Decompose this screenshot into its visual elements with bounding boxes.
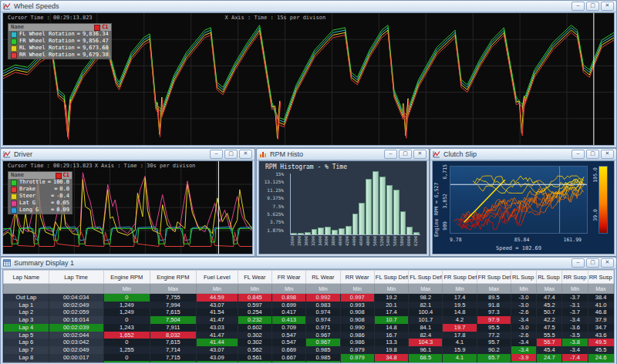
table-row[interactable]: Out Lap00:04:03407,75544.590.8450.8980.9… xyxy=(4,294,614,302)
minimize-button[interactable]: – xyxy=(384,150,397,159)
value-cell: 56.7 xyxy=(537,339,562,346)
app-workspace: Wheel Speeds – ▢ ✕ Cursor Time : 00:29:1… xyxy=(0,0,617,364)
value-cell: 7,994 xyxy=(150,302,196,309)
value-cell: 42.2 xyxy=(537,316,562,324)
table-row[interactable]: Lap 800:00:01707,71543.090.5610.6670.985… xyxy=(4,354,614,362)
chart-icon xyxy=(3,150,11,158)
lap-time-cell: 00:02:049 xyxy=(49,346,103,354)
histogram-bar xyxy=(386,185,393,234)
column-header: Lap Name xyxy=(4,271,49,284)
minimize-button[interactable]: – xyxy=(210,150,223,159)
clutch-slip-canvas[interactable] xyxy=(450,167,587,233)
rpm-histogram-chart[interactable]: RPM Histogram - % Time 15%13.125%11.25%9… xyxy=(258,160,427,254)
close-button[interactable]: ✕ xyxy=(413,150,427,159)
maximize-button[interactable]: ▢ xyxy=(586,258,599,268)
legend-item[interactable]: Steer=-0.4 xyxy=(8,193,72,200)
wheel-speeds-titlebar[interactable]: Wheel Speeds – ▢ ✕ xyxy=(1,1,616,12)
x-tick-label: 2800 xyxy=(297,236,304,252)
column-header: Lap Time xyxy=(49,271,103,284)
x-tick-label: 4600 xyxy=(359,236,366,252)
column-header: FL Susp Defl xyxy=(374,271,408,284)
value-cell: 4.2 xyxy=(443,316,477,324)
maximize-button[interactable]: ▢ xyxy=(224,150,238,159)
value-cell: 0.986 xyxy=(340,339,374,346)
window-title: Clutch Slip xyxy=(443,150,568,158)
table-row[interactable]: Lap 600:03:04207,61541.440.3020.5470.967… xyxy=(4,339,614,346)
value-cell: 14.8 xyxy=(443,308,477,316)
legend-item[interactable]: Lat G=0.05 xyxy=(8,200,72,207)
lap-name-cell: Lap 1 xyxy=(4,302,49,309)
maximize-button[interactable]: ▢ xyxy=(586,150,599,159)
value-cell: 0 xyxy=(103,316,150,324)
window-summary-display: Summary Display 1 – ▢ ✕ Lap NameLap Time… xyxy=(0,257,617,364)
maximize-button[interactable]: ▢ xyxy=(399,150,412,159)
value-cell: 15.9 xyxy=(443,346,477,354)
table-row[interactable]: Lap 200:02:0591,2497,61541.540.2540.4170… xyxy=(4,308,614,316)
y-tick-label: 1.875% xyxy=(267,228,284,233)
summary-titlebar[interactable]: Summary Display 1 – ▢ ✕ xyxy=(1,258,616,269)
column-subheader: Min xyxy=(238,284,271,294)
clutch-slip-plot[interactable] xyxy=(450,166,588,234)
channel-label: FR Wheel Rotation xyxy=(19,38,75,45)
table-row[interactable]: SummaryMin Value07,50441.440.2320.4130.9… xyxy=(4,361,614,363)
minimize-button[interactable]: – xyxy=(571,258,585,268)
channel-color-swatch xyxy=(11,52,17,59)
x-tick-label: 4200 xyxy=(345,236,352,252)
histogram-bar xyxy=(373,171,379,234)
minimize-button[interactable]: – xyxy=(571,150,585,159)
value-cell: -2.6 xyxy=(511,308,536,316)
value-cell: -3.7 xyxy=(562,308,588,316)
y-tick-label: 15% xyxy=(275,171,284,177)
close-button[interactable]: ✕ xyxy=(601,258,614,268)
histogram-bar xyxy=(346,226,352,234)
value-cell: 0.562 xyxy=(238,346,271,354)
column-subheader: Min xyxy=(562,284,588,294)
value-cell: 0.971 xyxy=(306,324,340,332)
table-row[interactable]: Lap 100:02:0491,2497,99443.070.5970.6990… xyxy=(4,302,614,309)
close-button[interactable]: ✕ xyxy=(601,150,614,159)
minimize-button[interactable]: – xyxy=(571,2,585,11)
clutch-slip-titlebar[interactable]: Clutch Slip – ▢ ✕ xyxy=(430,149,616,160)
legend-item[interactable]: Brake=0.0 xyxy=(8,186,72,193)
maximize-button[interactable]: ▢ xyxy=(586,2,599,11)
value-cell: 7,911 xyxy=(150,324,196,332)
value-cell: 0.417 xyxy=(272,308,306,316)
close-button[interactable]: ✕ xyxy=(601,2,614,11)
close-button[interactable]: ✕ xyxy=(239,150,252,159)
value-cell: 4.1 xyxy=(443,361,477,363)
value-cell: 7,615 xyxy=(150,339,196,346)
channel-legend: Name C1 FL Wheel Rotation=9,836.34FR Whe… xyxy=(8,23,112,59)
table-row[interactable]: Lap 300:16:01407,50441.470.2320.4130.974… xyxy=(4,316,614,324)
value-cell: 44.59 xyxy=(196,294,238,302)
value-cell: 0.597 xyxy=(238,302,271,309)
clutch-slip-chart[interactable]: Engine RPM = 6,527 6,715 3,852 989 9.78 … xyxy=(432,160,615,254)
channel-color-swatch xyxy=(11,207,17,214)
legend-item[interactable]: Throttle=100.0 xyxy=(8,179,72,186)
table-row[interactable]: Lap 500:02:0441,6528,03241.470.3020.5470… xyxy=(4,332,614,339)
histogram-bar xyxy=(379,177,386,234)
value-cell: 50.7 xyxy=(537,308,562,316)
column-header: FR Wear xyxy=(272,271,306,284)
value-cell: 0.667 xyxy=(272,354,306,362)
value-cell: 89.5 xyxy=(477,294,511,302)
table-row[interactable]: Lap 400:02:0391,2437,91143.030.6020.7090… xyxy=(4,324,614,332)
histogram-bar xyxy=(400,211,406,234)
window-title: RPM Histo xyxy=(270,150,381,158)
legend-item[interactable]: FR Wheel Rotation=9,856.47 xyxy=(8,38,111,45)
table-row[interactable]: Lap 700:02:0491,2557,71443.070.5620.6690… xyxy=(4,346,614,354)
rpm-histo-titlebar[interactable]: RPM Histo – ▢ ✕ xyxy=(257,149,429,160)
channel-label: Lat G xyxy=(19,200,49,207)
lap-name-cell: Lap 3 xyxy=(4,316,49,324)
wheel-speeds-chart[interactable]: Cursor Time : 00:29:13.823 X Axis : Time… xyxy=(2,12,615,146)
legend-item[interactable]: RR Wheel Rotation=9,679.38 xyxy=(8,52,111,59)
legend-item[interactable]: Long G=0.09 xyxy=(8,207,72,214)
legend-item[interactable]: FL Wheel Rotation=9,836.34 xyxy=(8,31,111,38)
value-cell: -2.6 xyxy=(511,332,536,339)
driver-chart[interactable]: Cursor Time : 00:29:13.823 X Axis : Time… xyxy=(2,160,253,254)
legend-item[interactable]: RL Wheel Rotation=9,673.60 xyxy=(8,45,111,52)
value-cell: -3.0 xyxy=(511,302,536,309)
driver-titlebar[interactable]: Driver – ▢ ✕ xyxy=(1,149,255,160)
lap-time-cell: 00:04:034 xyxy=(49,294,103,302)
value-cell: 0 xyxy=(103,294,150,302)
value-cell: 7,755 xyxy=(150,294,196,302)
